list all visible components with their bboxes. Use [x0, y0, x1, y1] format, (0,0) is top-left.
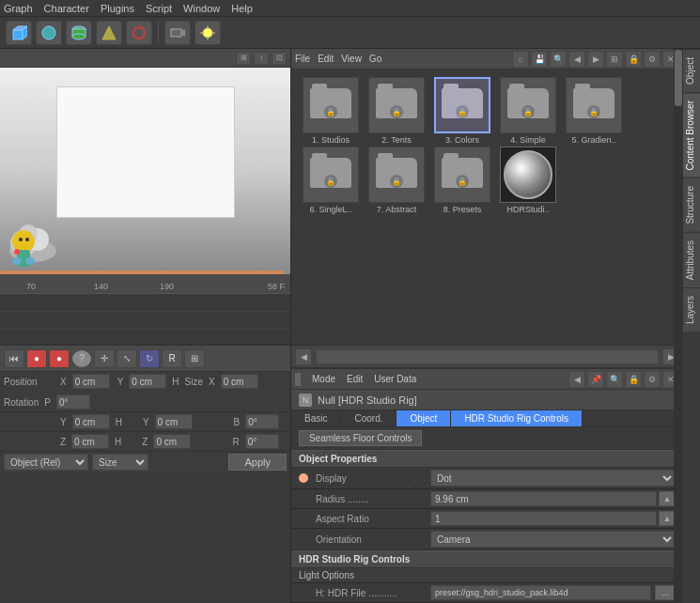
- size-type-select[interactable]: Size: [92, 454, 148, 471]
- cb-menu-go[interactable]: Go: [369, 54, 381, 64]
- attr-tab-basic[interactable]: Basic: [291, 410, 341, 426]
- move-btn[interactable]: ✛: [94, 349, 115, 368]
- vp-move-btn[interactable]: ↕: [254, 52, 269, 65]
- side-tab-layers[interactable]: Layers: [683, 287, 700, 332]
- cb-nav-back-btn[interactable]: ◀: [295, 348, 312, 365]
- radius-dot: [299, 494, 308, 503]
- hdr-file-dot: [299, 588, 308, 597]
- vertical-scrollbar[interactable]: [674, 49, 683, 603]
- menu-help[interactable]: Help: [231, 3, 253, 14]
- attr-menu-mode[interactable]: Mode: [308, 374, 339, 384]
- side-tab-attributes[interactable]: Attributes: [683, 232, 700, 287]
- rotate-btn[interactable]: ↻: [139, 349, 160, 368]
- object-properties-header: Object Properties: [291, 450, 683, 468]
- cb-item-studios[interactable]: 🔒 1. Studios: [299, 77, 363, 145]
- cb-forward-btn[interactable]: ▶: [587, 51, 604, 68]
- orientation-row: Orientation Camera: [291, 529, 683, 550]
- pos-z-input[interactable]: [71, 434, 109, 449]
- cube-tool-btn[interactable]: [6, 21, 32, 45]
- cb-item-studios-label: 1. Studios: [312, 135, 350, 145]
- attr-tab-coord[interactable]: Coord.: [341, 410, 397, 426]
- cb-home-btn[interactable]: ⌂: [512, 51, 529, 68]
- cb-back-btn[interactable]: ◀: [568, 51, 585, 68]
- cb-item-gradient[interactable]: 🔒 5. Gradien..: [562, 77, 626, 145]
- menu-script[interactable]: Script: [146, 3, 172, 14]
- camera-tool-btn[interactable]: [164, 21, 191, 45]
- radius-input[interactable]: [430, 491, 657, 506]
- cb-menu-edit[interactable]: Edit: [318, 54, 334, 64]
- vp-zoom-btn[interactable]: ⊡: [272, 52, 287, 65]
- cb-item-simple[interactable]: 🔒 4. Simple: [496, 77, 560, 145]
- side-tab-object[interactable]: Object: [683, 49, 700, 92]
- sphere-tool-btn[interactable]: [36, 21, 62, 45]
- rot-x-input[interactable]: [56, 394, 90, 410]
- help-btn[interactable]: ?: [71, 349, 92, 368]
- cb-item-tents[interactable]: 🔒 2. Tents: [365, 77, 428, 145]
- attr-back-btn[interactable]: ◀: [568, 371, 585, 388]
- cb-item-singlel[interactable]: 🔒 6. SingleL..: [299, 147, 363, 214]
- menu-window[interactable]: Window: [183, 3, 220, 14]
- cb-menu-file[interactable]: File: [295, 54, 310, 64]
- rot-y-input[interactable]: [245, 414, 279, 429]
- cb-item-abstract[interactable]: 🔒 7. Abstract: [365, 147, 428, 214]
- menu-plugins[interactable]: Plugins: [101, 3, 134, 14]
- attr-search-btn[interactable]: 🔍: [606, 371, 623, 388]
- attr-pin-btn[interactable]: 📌: [587, 371, 604, 388]
- size-z-input[interactable]: [153, 434, 191, 449]
- scrollbar-thumb[interactable]: [675, 50, 682, 106]
- display-value: Dot: [430, 470, 676, 487]
- cb-item-colors[interactable]: 🔒 3. Colors: [430, 77, 494, 145]
- cb-search-btn[interactable]: 🔍: [550, 51, 567, 68]
- size-x-input[interactable]: [221, 374, 258, 389]
- torus-tool-btn[interactable]: [126, 21, 152, 45]
- attr-tab-hdr[interactable]: HDR Studio Rig Controls: [451, 410, 583, 426]
- pos-y-input2[interactable]: [72, 414, 110, 429]
- timeline-ruler: 70 140 190 58 F: [0, 274, 290, 293]
- seamless-floor-btn[interactable]: Seamless Floor Controls: [299, 430, 422, 446]
- menu-graph[interactable]: Graph: [4, 3, 33, 14]
- attr-menu-userdata[interactable]: User Data: [370, 374, 420, 384]
- play-back-btn[interactable]: ⏮: [4, 349, 24, 368]
- display-select[interactable]: Dot: [430, 470, 676, 487]
- cb-item-hdrstudio-label: HDRStudi..: [506, 205, 549, 214]
- cone-tool-btn[interactable]: [96, 21, 122, 45]
- light-tool-btn[interactable]: [194, 21, 221, 45]
- side-tab-structure[interactable]: Structure: [683, 178, 700, 232]
- cb-save-btn[interactable]: 💾: [531, 51, 548, 68]
- light-options-label: Light Options: [291, 568, 683, 583]
- object-type-select[interactable]: Object (Rel): [4, 454, 88, 471]
- aspect-ratio-input[interactable]: [430, 511, 657, 526]
- render-btn[interactable]: R: [162, 349, 182, 368]
- cb-settings-btn[interactable]: ⚙: [644, 51, 661, 68]
- apply-button[interactable]: Apply: [228, 454, 287, 471]
- rot-z-input[interactable]: [245, 434, 279, 449]
- cb-search-input[interactable]: [316, 349, 659, 364]
- attributes-panel: Mode Edit User Data ◀ 📌 🔍 🔒 ⚙ ✕ N Null […: [291, 368, 683, 603]
- size-y-input[interactable]: [155, 414, 193, 429]
- pos-x-input[interactable]: [72, 374, 110, 389]
- scale-btn[interactable]: ⤡: [117, 349, 137, 368]
- hdr-file-input[interactable]: [430, 585, 651, 600]
- orientation-select[interactable]: Camera: [430, 531, 676, 548]
- cb-lock-btn[interactable]: 🔒: [625, 51, 642, 68]
- hdr-file-browse-btn[interactable]: ...: [655, 585, 676, 600]
- attr-tab-object[interactable]: Object: [397, 410, 451, 426]
- attr-lock-btn[interactable]: 🔒: [625, 371, 642, 388]
- pos-y-input[interactable]: [129, 374, 166, 389]
- vp-settings-btn[interactable]: ⊞: [236, 52, 251, 65]
- svg-point-23: [25, 257, 35, 265]
- attr-menu-edit[interactable]: Edit: [343, 374, 366, 384]
- side-tab-content-browser[interactable]: Content Browser: [683, 92, 700, 178]
- cylinder-tool-btn[interactable]: [66, 21, 92, 45]
- grid-btn[interactable]: ⊞: [184, 349, 205, 368]
- cb-extra-btn[interactable]: ⊞: [606, 51, 623, 68]
- cb-item-hdrstudio[interactable]: HDRStudi..: [496, 147, 560, 214]
- stop2-btn[interactable]: ●: [49, 349, 70, 368]
- cb-item-presets[interactable]: 🔒 8. Presets: [430, 147, 494, 214]
- radius-label: Radius ........: [299, 494, 430, 504]
- attr-settings-btn[interactable]: ⚙: [644, 371, 661, 388]
- stop-btn[interactable]: ●: [26, 349, 47, 368]
- cb-menu-view[interactable]: View: [341, 54, 362, 64]
- menu-character[interactable]: Character: [44, 3, 89, 14]
- display-label: Display . . . .: [299, 473, 430, 484]
